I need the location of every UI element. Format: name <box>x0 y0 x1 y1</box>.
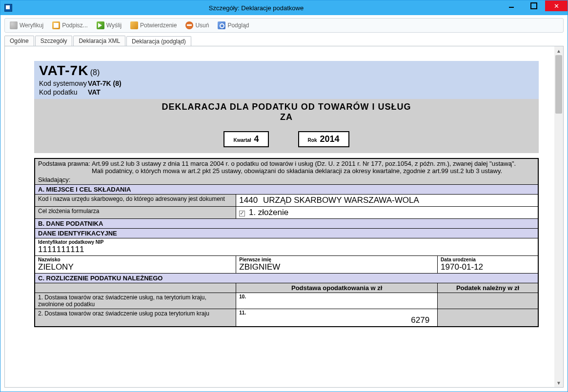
office-cell: 1440 URZĄD SKARBOWY WARSZAWA-WOLA <box>236 195 538 207</box>
year-label: Rok <box>308 137 317 143</box>
office-label: Kod i nazwa urzędu skarbowego, do któreg… <box>35 195 236 207</box>
send-icon <box>97 21 104 29</box>
tab-details[interactable]: Szczegóły <box>35 36 73 46</box>
firstname-label: Pierwsze imię <box>239 257 434 262</box>
purpose-label: Cel złożenia formularza <box>35 207 236 219</box>
legal-basis-text: Art.99 ust.2 lub 3 ustawy z dnia 11 marc… <box>92 160 535 167</box>
verify-icon <box>10 21 18 29</box>
firstname-value: ZBIGNIEW <box>239 262 434 272</box>
declaration-title-block: DEKLARACJA DLA PODATKU OD TOWARÓW I USŁU… <box>34 99 539 153</box>
filer-text: Mali podatnicy, o których mowa w art.2 p… <box>92 167 535 175</box>
taxcode-label: Kod podatku <box>39 88 88 96</box>
section-c-blank <box>35 283 236 293</box>
section-b-title: B. DANE PODATNIKA <box>35 219 538 229</box>
row2-value: 6279 <box>239 315 434 325</box>
nip-cell: Identyfikator podatkowy NIP 1111111111 <box>35 238 538 256</box>
tab-general[interactable]: Ogólne <box>4 36 34 46</box>
document-page: VAT-7K (8) Kod systemowy VAT-7K (8) Kod … <box>34 61 539 327</box>
vertical-scrollbar[interactable]: ▲ ▼ <box>554 46 563 387</box>
form-code: VAT-7K <box>39 63 88 78</box>
row1-box: 10. <box>239 294 434 299</box>
syscode-value: VAT-7K (8) <box>88 79 122 87</box>
window-title: Szczegóły: Deklaracje podatkowe <box>12 4 500 12</box>
purpose-checkbox <box>239 211 245 216</box>
declaration-title-1: DEKLARACJA DLA PODATKU OD TOWARÓW I USŁU… <box>39 102 534 112</box>
form-version: (8) <box>90 68 100 77</box>
preview-button[interactable]: Podgląd <box>216 20 251 30</box>
scroll-up-arrow[interactable]: ▲ <box>554 46 563 55</box>
confirm-icon <box>130 21 138 29</box>
row1-tax-cell <box>438 293 538 309</box>
content-frame: VAT-7K (8) Kod systemowy VAT-7K (8) Kod … <box>4 46 564 388</box>
send-button[interactable]: Wyślij <box>95 20 123 30</box>
document-viewport: VAT-7K (8) Kod systemowy VAT-7K (8) Kod … <box>5 46 563 387</box>
toolbar: Weryfikuj Podpisz... Wyślij Potwierdzeni… <box>4 18 564 33</box>
dob-cell: Data urodzenia 1970-01-12 <box>438 256 538 274</box>
section-a-title: A. MIEJSCE I CEL SKŁADANIA <box>35 185 538 195</box>
scroll-down-arrow[interactable]: ▼ <box>554 378 563 387</box>
window-buttons <box>500 0 568 15</box>
surname-label: Nazwisko <box>38 257 233 262</box>
verify-button[interactable]: Weryfikuj <box>8 20 45 30</box>
form-header: VAT-7K (8) Kod systemowy VAT-7K (8) Kod … <box>34 61 539 99</box>
confirm-label: Potwierdzenie <box>140 22 177 29</box>
scroll-thumb[interactable] <box>555 55 562 114</box>
row1-label: 1. Dostawa towarów oraz świadczenie usłu… <box>35 293 236 309</box>
dob-label: Data urodzenia <box>441 257 535 262</box>
delete-button[interactable]: Usuń <box>183 20 211 30</box>
verify-label: Weryfikuj <box>20 22 43 29</box>
maximize-button[interactable] <box>523 0 545 11</box>
filer-label: Składający: <box>38 176 92 183</box>
purpose-cell: 1. złożenie <box>236 207 538 219</box>
app-window: Szczegóły: Deklaracje podatkowe Weryfiku… <box>0 0 568 392</box>
dob-value: 1970-01-12 <box>441 262 535 272</box>
preview-icon <box>218 21 225 29</box>
delete-icon <box>185 21 193 29</box>
minimize-button[interactable] <box>500 0 523 11</box>
close-button[interactable] <box>545 0 568 11</box>
titlebar: Szczegóły: Deklaracje podatkowe <box>0 0 568 15</box>
year-box: Rok 2014 <box>298 131 349 147</box>
surname-cell: Nazwisko ZIELONY <box>35 256 236 274</box>
col-tax-header: Podatek należny w zł <box>438 283 538 293</box>
surname-value: ZIELONY <box>38 262 233 272</box>
tab-strip: Ogólne Szczegóły Deklaracja XML Deklarac… <box>4 36 564 46</box>
quarter-box: Kwartał 4 <box>223 131 268 147</box>
tab-preview[interactable]: Deklaracja (podgląd) <box>126 36 191 46</box>
toolbar-container: Weryfikuj Podpisz... Wyślij Potwierdzeni… <box>0 15 568 33</box>
section-b-subtitle: DANE IDENTYFIKACYJNE <box>35 229 538 238</box>
taxcode-value: VAT <box>88 88 101 96</box>
legal-basis-label: Podstawa prawna: <box>38 160 92 167</box>
quarter-label: Kwartał <box>233 137 251 143</box>
scroll-track[interactable] <box>554 55 563 378</box>
row2-label: 2. Dostawa towarów oraz świadczenie usłu… <box>35 309 236 327</box>
confirm-button[interactable]: Potwierdzenie <box>128 20 179 30</box>
sign-label: Podpisz... <box>62 22 88 29</box>
delete-label: Usuń <box>195 22 209 29</box>
row1-base-cell: 10. <box>236 293 438 309</box>
tab-xml[interactable]: Deklaracja XML <box>73 36 125 46</box>
form-table: Podstawa prawna: Składający: Art.99 ust.… <box>34 158 539 327</box>
preview-label: Podgląd <box>227 22 249 29</box>
sign-button[interactable]: Podpisz... <box>50 20 90 30</box>
row2-base-cell: 11. 6279 <box>236 309 438 327</box>
office-name: URZĄD SKARBOWY WARSZAWA-WOLA <box>263 196 419 205</box>
section-c-title: C. ROZLICZENIE PODATKU NALEŻNEGO <box>35 274 538 283</box>
nip-label: Identyfikator podatkowy NIP <box>38 239 535 245</box>
quarter-value: 4 <box>254 134 259 144</box>
app-icon <box>4 4 12 12</box>
firstname-cell: Pierwsze imię ZBIGNIEW <box>236 256 438 274</box>
office-code: 1440 <box>239 196 258 205</box>
sign-icon <box>52 21 60 29</box>
year-value: 2014 <box>320 134 340 144</box>
declaration-title-2: ZA <box>39 112 534 122</box>
nip-value: 1111111111 <box>38 245 535 255</box>
syscode-label: Kod systemowy <box>39 79 88 87</box>
row2-tax-cell <box>438 309 538 327</box>
row2-box: 11. <box>239 310 434 315</box>
purpose-value: 1. złożenie <box>249 208 288 217</box>
legal-basis-row: Podstawa prawna: Składający: Art.99 ust.… <box>35 158 538 185</box>
send-label: Wyślij <box>106 22 122 29</box>
col-base-header: Podstawa opodatkowania w zł <box>236 283 438 293</box>
